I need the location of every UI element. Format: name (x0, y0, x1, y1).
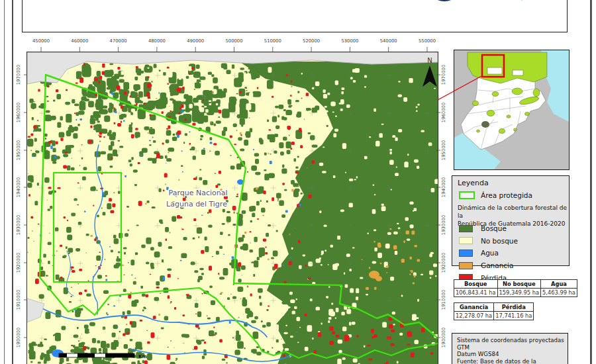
y-axis-tick-label: 1940000 (16, 173, 23, 202)
y-axis-tick-label: 1960000 (16, 98, 23, 127)
y-axis-tick-label: 1970000 (16, 60, 23, 89)
x-axis-tick-label: 540000 (373, 38, 405, 44)
y-axis-tick-label: 1950000 (16, 136, 23, 165)
map-canvas: Parque NacionalLaguna del TigreNKm (27, 52, 438, 364)
table-header-cell: Bosque (454, 280, 498, 289)
legend-header: Leyenda (458, 179, 489, 187)
org-line3: Dirección de Análisis Geoespacial (470, 0, 548, 1)
y-axis-tick-label: 1920000 (441, 248, 448, 277)
x-axis-tick-label: 520000 (295, 38, 327, 44)
y-axis-tick-label: 1900000 (441, 323, 448, 352)
y-axis-tick-label: 1900000 (16, 323, 23, 352)
projection-info-line: Fuente: Base de datos de la (457, 358, 568, 364)
map-layout-page: { "title": { "subtitle": "Dinámica de la… (0, 0, 596, 364)
y-axis-tick-label: 1930000 (16, 210, 23, 240)
svg-text:N: N (427, 57, 432, 64)
legend-class-label: Bosque (481, 224, 507, 232)
y-axis-tick-label: 1960000 (441, 98, 448, 127)
table-header-cell: Agua (541, 280, 577, 289)
x-axis-tick-label: 460000 (64, 38, 95, 44)
x-axis-tick-label: 480000 (141, 38, 173, 44)
projection-info-line: Datum WGS84 (457, 351, 568, 358)
guatemala-inset-map (454, 50, 570, 170)
legend-class-row: Agua (459, 247, 518, 259)
y-axis-tick-label: 1940000 (441, 173, 448, 202)
table-header-cell: Ganancia (454, 303, 494, 312)
org-name-block: Consejo Nacional de Áreas Protegidas Dir… (470, 0, 548, 1)
legend-class-swatch (459, 250, 473, 257)
projection-info-box: Sistema de coordenadas proyectadasGTMDat… (452, 333, 568, 364)
x-axis-tick-label: 470000 (103, 38, 134, 44)
area-protegida-swatch (459, 191, 475, 199)
legend-class-row: Bosque (459, 222, 518, 235)
projection-info-line: GTM (457, 344, 568, 351)
legend-class-row: No bosque (459, 235, 518, 248)
table-value-cell: 159,349.95 ha (497, 289, 541, 297)
coverage-table: BosqueNo bosqueAgua106,843.41 ha159,349.… (454, 279, 577, 297)
y-axis-tick-label: 1970000 (441, 60, 448, 89)
table-header-cell: No bosque (497, 280, 541, 289)
legend-class-label: No bosque (481, 237, 518, 245)
legend-class-swatch (459, 262, 473, 269)
guatemala-seal-icon: GUATEMALA (426, 0, 462, 2)
table-value-cell: 17,741.16 ha (494, 312, 534, 320)
projection-info-line: Sistema de coordenadas proyectadas (457, 337, 568, 344)
legend-panel: Leyenda Área protegida Dinámica de la co… (452, 175, 570, 266)
y-axis-tick-label: 1920000 (16, 248, 23, 277)
inset-canvas (454, 50, 569, 169)
legend-class-row: Ganancia (459, 259, 518, 272)
legend-classes: BosqueNo bosqueAguaGananciaPérdida (459, 222, 518, 284)
x-axis-tick-label: 510000 (257, 38, 289, 44)
legend-class-swatch (459, 225, 473, 232)
x-axis-tick-label: 450000 (25, 38, 57, 44)
legend-class-swatch (459, 237, 473, 244)
y-axis-tick-label: 1950000 (441, 136, 448, 165)
x-axis-tick-label: 500000 (219, 38, 250, 44)
legend-class-label: Agua (481, 249, 499, 257)
title-box: Dinámica de la cobertura forestal 2016-2… (22, 0, 568, 32)
table-header-cell: Pérdida (494, 303, 534, 312)
y-axis-tick-label: 1930000 (441, 210, 448, 240)
y-axis-tick-label: 1910000 (16, 285, 23, 314)
svg-text:Parque Nacional: Parque Nacional (169, 189, 228, 197)
svg-text:Laguna del Tigre: Laguna del Tigre (166, 200, 227, 208)
x-axis-tick-label: 530000 (334, 38, 366, 44)
legend-subtitle-line1: Dinámica de la cobertura forestal de la (458, 204, 569, 220)
legend-area-protegida-row: Área protegida (459, 191, 532, 200)
y-axis-tick-label: 1910000 (441, 285, 448, 314)
table-value-cell: 12,278.07 ha (454, 312, 494, 320)
x-axis-tick-label: 490000 (179, 38, 211, 44)
svg-text:Km: Km (138, 354, 147, 359)
x-axis-tick-label: 550000 (411, 38, 443, 44)
main-map: Parque NacionalLaguna del TigreNKm (26, 52, 438, 364)
table-value-cell: 106,843.41 ha (454, 289, 498, 297)
table-value-cell: 5,463.99 ha (541, 289, 577, 297)
change-table: GananciaPérdida12,278.07 ha17,741.16 ha (454, 302, 534, 320)
area-protegida-label: Área protegida (481, 191, 532, 199)
legend-class-label: Ganancia (481, 261, 513, 269)
